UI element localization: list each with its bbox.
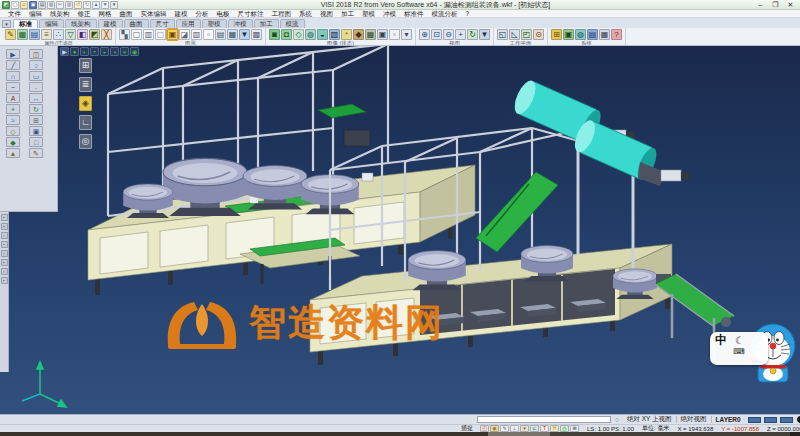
strip-icon-8[interactable]: ▪ [1,277,8,284]
right-sphere-icon[interactable]: ◑ [110,47,119,56]
redo-icon[interactable]: ↻ [83,1,91,9]
move-up-icon[interactable]: ▲ [92,1,100,9]
render-transparent-icon[interactable]: ◍ [305,29,316,40]
tabrow-dropdown-icon[interactable]: ▾ [2,20,11,28]
views-tile-icon[interactable]: ▦ [227,29,238,40]
maximize-button[interactable]: ❐ [768,0,783,9]
render-background-icon[interactable]: ▧ [329,29,340,40]
extrude-icon[interactable]: ▣ [29,126,43,136]
close-button[interactable]: ✕ [783,0,798,9]
wedge-icon[interactable]: ▲ [6,148,20,158]
color-filter-icon[interactable]: ▦ [17,29,28,40]
view-single-icon[interactable]: ▢ [131,29,142,40]
color-swatch-2[interactable] [764,417,777,423]
shell-icon[interactable]: □ [29,137,43,147]
iso-sphere-icon[interactable]: ● [70,47,79,56]
datum-icon[interactable]: ⊥ [510,425,519,432]
settings-icon[interactable]: ⊞ [551,29,562,40]
menu-item-9[interactable]: 电极 [213,10,234,18]
filter-solid-icon[interactable]: ◩ [89,29,100,40]
view-dropdown-icon[interactable]: ▼ [479,29,490,40]
shade-off-icon[interactable]: ▢ [155,29,166,40]
tab-7[interactable]: 塑模 [202,19,227,28]
menu-item-6[interactable]: 实体编辑 [137,10,171,18]
history-clock-icon[interactable]: ◷ [560,425,569,432]
render-reset-icon[interactable]: ▫ [389,29,400,40]
viewport-canvas[interactable]: ▶◫╱○∩▭~∙A↔+↻≈⊞◇▣◆□▲✎ ▪▪▫▪▫▪▫▪ ▶●◐◓◒◑●◉ ⊞… [0,46,800,414]
snap-active-icon[interactable]: ◈ [79,96,92,111]
snap-mid-icon[interactable]: ◆ [490,425,499,432]
filter-all-icon[interactable]: ▽ [65,29,76,40]
strip-icon-7[interactable]: ▫ [1,268,8,275]
profile-icon[interactable]: ▣ [563,29,574,40]
minimize-button[interactable]: – [753,0,768,9]
cut-icon[interactable]: ✂ [56,1,64,9]
sel-filter-icon[interactable]: ◰ [480,425,489,432]
view-ref-label[interactable]: 绝对视图 [677,415,711,424]
menu-item-1[interactable]: 编辑 [25,10,46,18]
snap-ortho-icon[interactable]: ∟ [79,115,92,130]
strip-icon-3[interactable]: ▫ [1,232,8,239]
half-shade-icon[interactable]: ◪ [179,29,190,40]
menu-item-7[interactable]: 建模 [171,10,192,18]
hidden-line-icon[interactable]: ▧ [191,29,202,40]
menu-item-19[interactable]: ? [462,10,474,18]
strip-icon-2[interactable]: ▪ [1,223,8,230]
rotate-icon[interactable]: ↻ [29,104,43,114]
text-icon[interactable]: A [6,93,20,103]
menu-item-2[interactable]: 线架构 [46,10,74,18]
grid-icon[interactable]: ⊞ [29,115,43,125]
tab-6[interactable]: 应用 [176,19,201,28]
undo-icon[interactable]: ↺ [74,1,82,9]
workplane-3pt-icon[interactable]: ◺ [509,29,520,40]
render-shaded-icon[interactable]: ◙ [269,29,280,40]
snap-osnap-icon[interactable]: ◎ [79,134,92,149]
mirror-icon[interactable]: ≈ [6,115,20,125]
view-multi-icon[interactable]: ▥ [143,29,154,40]
command-input[interactable] [477,416,611,423]
menu-item-0[interactable]: 文件 [4,10,25,18]
menu-item-8[interactable]: 分析 [192,10,213,18]
front-sphere-icon[interactable]: ◒ [100,47,109,56]
dimension-icon[interactable]: ↔ [29,93,43,103]
search-icon[interactable]: ○ [611,416,623,423]
menu-item-18[interactable]: 模流分析 [428,10,462,18]
tab-10[interactable]: 模流 [280,19,305,28]
curve-icon[interactable]: ~ [6,82,20,92]
color-swatch-1[interactable] [748,417,761,423]
view-delete-icon[interactable]: ▩ [251,29,262,40]
menu-item-11[interactable]: 工程图 [268,10,296,18]
workplane-reset-icon[interactable]: ⊙ [533,29,544,40]
ime-moon-icon[interactable]: ☾ [735,335,744,347]
line-style-icon[interactable]: ≡ [41,29,52,40]
active-layer-label[interactable]: LAYER0 [712,416,745,423]
qa-dropdown-icon[interactable]: ▾ [110,1,118,9]
wireframe-icon[interactable]: ▫ [203,29,214,40]
tab-4[interactable]: 曲面 [124,19,149,28]
render-light-icon[interactable]: * [341,29,352,40]
filter-face-icon[interactable]: ◧ [77,29,88,40]
ime-language-button[interactable]: 中 [715,334,727,347]
offset-icon[interactable]: ◇ [6,126,20,136]
zoom-all-icon[interactable]: ⊕ [419,29,430,40]
copy-icon[interactable]: ▥ [65,1,73,9]
edit-attr-icon[interactable]: ✎ [500,425,509,432]
tab-2[interactable]: 线架构 [65,19,97,28]
zoom-prev-icon[interactable]: ⊖ [443,29,454,40]
render-wire-icon[interactable]: ◇ [293,29,304,40]
globe-icon[interactable]: ◍ [575,29,586,40]
pick-icon[interactable]: ▾ [520,425,529,432]
menu-item-12[interactable]: 系统 [295,10,316,18]
text-red-icon[interactable]: T [540,425,549,432]
strip-icon-5[interactable]: ▫ [1,250,8,257]
strip-icon-1[interactable]: ▪ [1,214,8,221]
strip-icon-4[interactable]: ▪ [1,241,8,248]
rotate-sphere-icon[interactable]: ◐ [80,47,89,56]
save-file-icon[interactable]: ▣ [29,1,37,9]
menu-item-15[interactable]: 塑模 [358,10,379,18]
tab-9[interactable]: 加工 [254,19,279,28]
render-material-icon[interactable]: ◆ [353,29,364,40]
redraw-icon[interactable]: ▚ [119,29,130,40]
render-edges-icon[interactable]: ◘ [281,29,292,40]
circle-icon[interactable]: ○ [29,60,43,70]
